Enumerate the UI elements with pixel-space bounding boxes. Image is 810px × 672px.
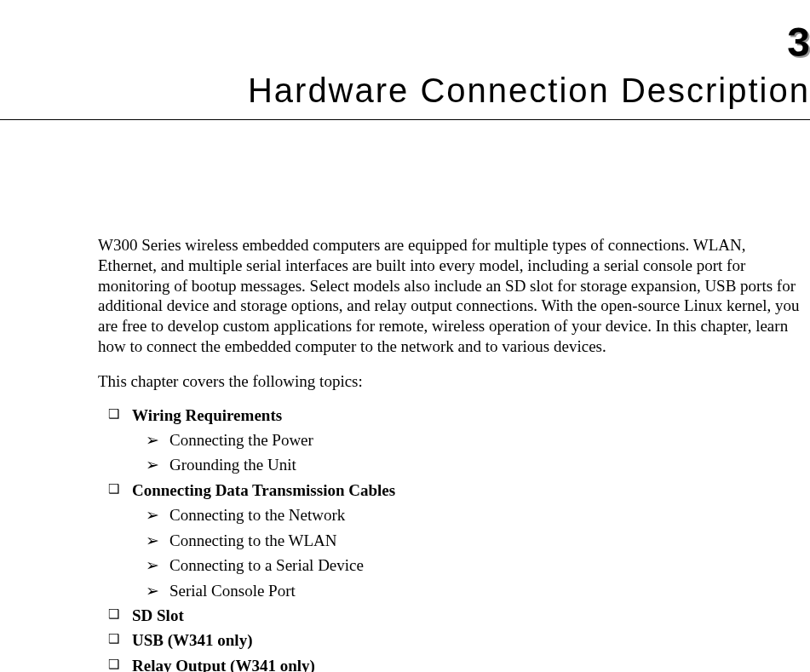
arrow-bullet-icon: ➢: [146, 528, 158, 553]
topic-label: USB (W341 only): [132, 628, 252, 652]
arrow-bullet-icon: ➢: [146, 503, 158, 527]
sub-connecting-power: ➢ Connecting the Power: [146, 428, 805, 452]
covers-label: This chapter covers the following topics…: [98, 372, 805, 391]
topic-usb: ❑ USB (W341 only): [108, 628, 805, 652]
sub-list-wiring: ➢ Connecting the Power ➢ Grounding the U…: [108, 428, 805, 478]
square-bullet-icon: ❑: [108, 603, 120, 626]
arrow-bullet-icon: ➢: [146, 452, 158, 477]
arrow-bullet-icon: ➢: [146, 578, 158, 603]
sub-list-data-transmission: ➢ Connecting to the Network ➢ Connecting…: [108, 503, 805, 603]
arrow-bullet-icon: ➢: [146, 553, 158, 577]
topic-list: ❑ Wiring Requirements ➢ Connecting the P…: [98, 403, 805, 673]
sub-label: Connecting to the WLAN: [169, 528, 336, 553]
intro-paragraph: W300 Series wireless embedded computers …: [98, 235, 805, 357]
square-bullet-icon: ❑: [108, 653, 120, 672]
topic-label: Connecting Data Transmission Cables: [132, 478, 395, 503]
arrow-bullet-icon: ➢: [146, 428, 158, 452]
content-area: W300 Series wireless embedded computers …: [98, 235, 805, 672]
sub-connecting-network: ➢ Connecting to the Network: [146, 503, 805, 527]
sub-label: Connecting to a Serial Device: [169, 553, 364, 577]
topic-sd-slot: ❑ SD Slot: [108, 603, 805, 628]
chapter-number: 3: [787, 19, 810, 66]
sub-grounding-unit: ➢ Grounding the Unit: [146, 452, 805, 477]
chapter-title: Hardware Connection Description: [248, 72, 810, 110]
topic-label: SD Slot: [132, 603, 184, 628]
square-bullet-icon: ❑: [108, 403, 120, 426]
topic-label: Wiring Requirements: [132, 403, 282, 428]
topic-data-transmission: ❑ Connecting Data Transmission Cables: [108, 478, 805, 503]
sub-label: Connecting the Power: [169, 428, 313, 452]
sub-connecting-serial: ➢ Connecting to a Serial Device: [146, 553, 805, 577]
sub-label: Connecting to the Network: [169, 503, 345, 527]
sub-connecting-wlan: ➢ Connecting to the WLAN: [146, 528, 805, 553]
topic-label: Relay Output (W341 only): [132, 653, 315, 672]
title-divider: [0, 119, 810, 120]
sub-label: Serial Console Port: [169, 578, 296, 603]
sub-label: Grounding the Unit: [169, 452, 296, 477]
square-bullet-icon: ❑: [108, 478, 120, 501]
sub-serial-console: ➢ Serial Console Port: [146, 578, 805, 603]
topic-relay-output: ❑ Relay Output (W341 only): [108, 653, 805, 672]
square-bullet-icon: ❑: [108, 628, 120, 651]
topic-wiring-requirements: ❑ Wiring Requirements: [108, 403, 805, 428]
